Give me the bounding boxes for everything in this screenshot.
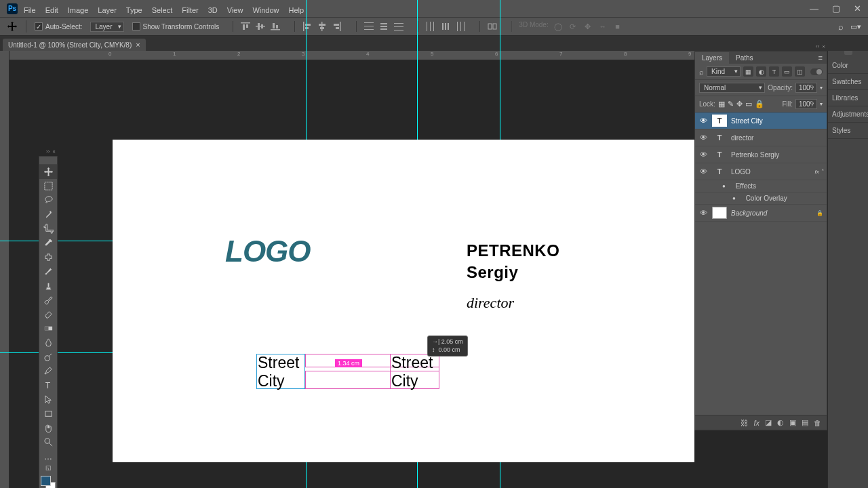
text-street-city-original[interactable]: StreetCity bbox=[258, 354, 299, 390]
menu-file[interactable]: File bbox=[24, 6, 36, 14]
visibility-icon[interactable]: 👁 bbox=[698, 117, 708, 125]
more-tools[interactable]: … bbox=[39, 449, 57, 464]
menu-layer[interactable]: Layer bbox=[98, 6, 117, 14]
menu-help[interactable]: Help bbox=[289, 6, 304, 14]
filter-pixel-icon[interactable]: ▦ bbox=[743, 66, 753, 77]
dock-grip-icon[interactable] bbox=[844, 51, 852, 55]
layer-fx-icon[interactable]: fx bbox=[753, 419, 760, 427]
close-panel-icon[interactable]: × bbox=[52, 148, 56, 155]
align-top-icon[interactable] bbox=[240, 21, 251, 32]
adjustments-panel-tab[interactable]: Adjustments bbox=[828, 106, 868, 123]
lock-position-icon[interactable]: ✥ bbox=[736, 100, 743, 108]
lock-pixels-icon[interactable]: ✎ bbox=[728, 100, 734, 108]
filter-type-icon[interactable]: T bbox=[769, 66, 779, 77]
menu-window[interactable]: Window bbox=[252, 6, 279, 14]
text-street-city-dragging[interactable]: StreetCity bbox=[391, 354, 433, 390]
fx-badge[interactable]: fx ˄ bbox=[815, 169, 823, 175]
menu-edit[interactable]: Edit bbox=[45, 6, 58, 14]
dist-vcenter-icon[interactable] bbox=[378, 21, 389, 32]
filter-toggle[interactable] bbox=[810, 68, 823, 75]
close-icon[interactable]: ✕ bbox=[854, 3, 861, 14]
close-tab-icon[interactable]: × bbox=[136, 41, 140, 49]
layer-row[interactable]: 👁 Background 🔒 bbox=[695, 205, 827, 222]
menu-select[interactable]: Select bbox=[152, 6, 173, 14]
align-right-icon[interactable] bbox=[332, 21, 342, 32]
fill-input[interactable] bbox=[795, 99, 817, 109]
dist-bottom-icon[interactable] bbox=[393, 21, 404, 32]
path-select-tool[interactable] bbox=[39, 392, 57, 407]
collapse-icon[interactable]: ›› bbox=[46, 148, 50, 155]
lock-artboard-icon[interactable]: ▭ bbox=[745, 100, 752, 108]
new-group-icon[interactable]: ▣ bbox=[789, 418, 796, 427]
default-colors-icon[interactable]: ◱ bbox=[39, 464, 57, 472]
adjustment-layer-icon[interactable]: ◐ bbox=[777, 418, 784, 427]
layer-name[interactable]: LOGO bbox=[731, 168, 751, 176]
filter-smart-icon[interactable]: ◫ bbox=[795, 66, 805, 77]
align-left-icon[interactable] bbox=[302, 21, 313, 32]
dist-hcenter-icon[interactable] bbox=[440, 21, 451, 32]
close-panel-icon[interactable]: × bbox=[822, 43, 825, 49]
workspace-switch-icon[interactable]: ▭▾ bbox=[850, 22, 861, 31]
move-tool[interactable] bbox=[39, 165, 57, 179]
search-icon[interactable]: ⌕ bbox=[838, 22, 844, 32]
libraries-panel-tab[interactable]: Libraries bbox=[828, 90, 868, 106]
menu-3d[interactable]: 3D bbox=[208, 6, 218, 14]
hand-tool[interactable] bbox=[39, 421, 57, 435]
lock-transparency-icon[interactable]: ▦ bbox=[718, 100, 725, 108]
menu-image[interactable]: Image bbox=[68, 6, 89, 14]
dist-right-icon[interactable] bbox=[455, 21, 466, 32]
panel-menu-icon[interactable]: ≡ bbox=[818, 54, 827, 62]
vertical-ruler[interactable] bbox=[0, 51, 9, 488]
heal-tool[interactable] bbox=[39, 250, 57, 264]
pen-tool[interactable] bbox=[39, 364, 57, 378]
color-panel-tab[interactable]: Color bbox=[828, 58, 868, 74]
layer-effects-row[interactable]: ● Effects bbox=[695, 180, 827, 192]
align-bottom-icon[interactable] bbox=[270, 21, 281, 32]
color-swatches[interactable] bbox=[39, 474, 57, 488]
visibility-icon[interactable]: 👁 bbox=[698, 167, 708, 176]
zoom-tool[interactable] bbox=[39, 435, 57, 449]
lock-all-icon[interactable]: 🔒 bbox=[755, 100, 764, 108]
filter-shape-icon[interactable]: ▭ bbox=[782, 66, 792, 77]
text-logo[interactable]: LOGO bbox=[225, 235, 311, 268]
align-hcenter-icon[interactable] bbox=[317, 21, 328, 32]
layer-name[interactable]: Street City bbox=[731, 117, 763, 125]
gradient-tool[interactable] bbox=[39, 321, 57, 336]
layer-name[interactable]: Background bbox=[731, 209, 767, 217]
layer-effect-item[interactable]: ● Color Overlay bbox=[695, 192, 827, 205]
menu-filter[interactable]: Filter bbox=[182, 6, 198, 14]
dodge-tool[interactable] bbox=[39, 350, 57, 364]
layer-mask-icon[interactable]: ◪ bbox=[765, 418, 772, 427]
stamp-tool[interactable] bbox=[39, 279, 57, 293]
dist-top-icon[interactable] bbox=[363, 21, 374, 32]
new-layer-icon[interactable]: ▤ bbox=[802, 418, 808, 427]
crop-tool[interactable] bbox=[39, 222, 57, 236]
tools-panel[interactable]: ››× T … ◱ bbox=[39, 156, 58, 488]
link-layers-icon[interactable]: ⛓ bbox=[741, 419, 748, 427]
lasso-tool[interactable] bbox=[39, 193, 57, 207]
dist-left-icon[interactable] bbox=[425, 21, 436, 32]
layers-tab[interactable]: Layers bbox=[695, 52, 729, 64]
layer-filter-kind-dropdown[interactable]: Kind bbox=[707, 66, 741, 77]
history-brush-tool[interactable] bbox=[39, 293, 57, 307]
visibility-icon[interactable]: 👁 bbox=[698, 209, 708, 217]
auto-select-target-dropdown[interactable]: Layer bbox=[90, 22, 123, 32]
brush-tool[interactable] bbox=[39, 264, 57, 279]
visibility-icon[interactable]: 👁 bbox=[698, 150, 708, 159]
filter-adjust-icon[interactable]: ◐ bbox=[756, 66, 766, 77]
show-transform-checkbox[interactable]: Show Transform Controls bbox=[132, 22, 220, 30]
layer-row[interactable]: 👁 T Street City bbox=[695, 113, 827, 129]
visibility-icon[interactable]: 👁 bbox=[698, 134, 708, 142]
menu-view[interactable]: View bbox=[227, 6, 243, 14]
minimize-icon[interactable]: — bbox=[810, 3, 818, 14]
layer-row[interactable]: 👁 T director bbox=[695, 129, 827, 146]
blur-tool[interactable] bbox=[39, 336, 57, 350]
auto-align-icon[interactable] bbox=[487, 21, 498, 32]
layer-name[interactable]: director bbox=[731, 134, 753, 142]
layer-row[interactable]: 👁 T Petrenko Sergiy bbox=[695, 146, 827, 163]
blend-mode-dropdown[interactable]: Normal bbox=[699, 83, 765, 93]
styles-panel-tab[interactable]: Styles bbox=[828, 123, 868, 139]
marquee-tool[interactable] bbox=[39, 179, 57, 193]
auto-select-checkbox[interactable]: Auto-Select: bbox=[35, 22, 82, 30]
maximize-icon[interactable]: ▢ bbox=[832, 3, 840, 14]
